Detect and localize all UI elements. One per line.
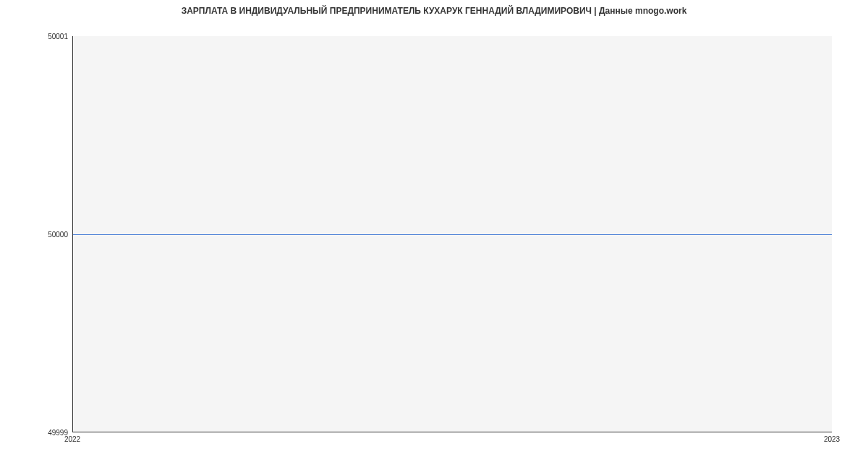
x-tick-label: 2022	[64, 435, 80, 443]
x-tick-label: 2023	[824, 435, 840, 443]
plot-area	[72, 36, 832, 432]
data-line	[73, 234, 832, 235]
y-tick-label: 50000	[48, 231, 68, 239]
y-tick-label: 50001	[48, 33, 68, 40]
chart-title: ЗАРПЛАТА В ИНДИВИДУАЛЬНЫЙ ПРЕДПРИНИМАТЕЛ…	[0, 6, 868, 16]
